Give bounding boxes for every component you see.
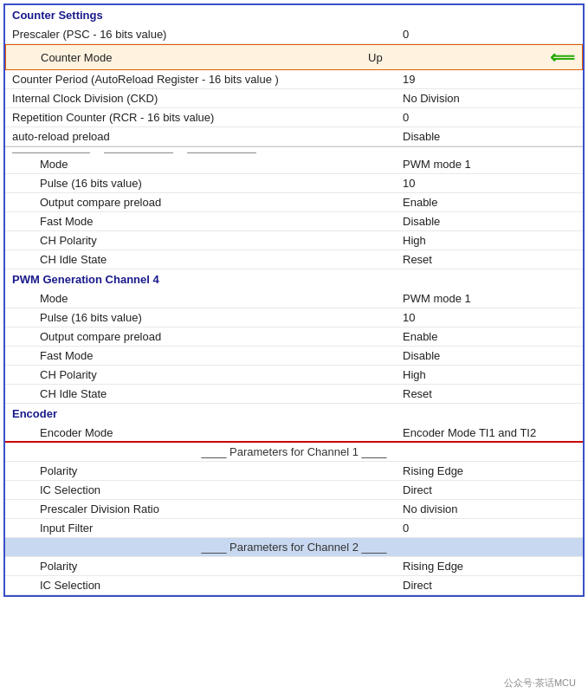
repetition-counter-row: Repetition Counter (RCR - 16 bits value)… bbox=[5, 108, 583, 127]
auto-reload-value: Disable bbox=[403, 130, 576, 143]
pulse-value-ch3: 10 bbox=[403, 177, 576, 190]
channel1-params-label: ____ Parameters for Channel 1 ____ bbox=[202, 445, 387, 458]
pulse-value-ch4: 10 bbox=[403, 311, 576, 324]
input-filter-value-ch1: 0 bbox=[403, 522, 576, 535]
fast-mode-value-ch4: Disable bbox=[403, 349, 576, 362]
counter-mode-value: Up bbox=[368, 51, 541, 64]
polarity-label-ch2: Polarity bbox=[40, 560, 403, 573]
counter-mode-label: Counter Mode bbox=[41, 51, 368, 64]
ic-selection-row-ch2: IC Selection Direct bbox=[5, 576, 583, 595]
channel1-params-row: ____ Parameters for Channel 1 ____ bbox=[5, 443, 583, 462]
ic-selection-value-ch1: Direct bbox=[403, 483, 576, 496]
arrow-icon: ⟸ bbox=[550, 47, 575, 68]
input-filter-row-ch1: Input Filter 0 bbox=[5, 519, 583, 538]
channel2-params-row: ____ Parameters for Channel 2 ____ bbox=[5, 538, 583, 557]
internal-clock-value: No Division bbox=[403, 92, 576, 105]
ch-idle-label-ch3: CH Idle State bbox=[40, 253, 403, 266]
pulse-label-ch4: Pulse (16 bits value) bbox=[40, 311, 403, 324]
polarity-label-ch1: Polarity bbox=[40, 464, 403, 477]
ch-polarity-row-ch4: CH Polarity High bbox=[5, 366, 583, 385]
fast-mode-label-ch3: Fast Mode bbox=[40, 215, 403, 228]
counter-settings-header: Counter Settings bbox=[5, 5, 583, 25]
oc-preload-value-ch4: Enable bbox=[403, 330, 576, 343]
fast-mode-label-ch4: Fast Mode bbox=[40, 349, 403, 362]
prescaler-value: 0 bbox=[403, 28, 576, 41]
mode-label-ch4: Mode bbox=[40, 292, 403, 305]
ch-idle-value-ch3: Reset bbox=[403, 253, 576, 266]
watermark: 公众号·茶话MCU bbox=[501, 675, 579, 691]
mode-row-ch4: Mode PWM mode 1 bbox=[5, 289, 583, 308]
auto-reload-row: auto-reload preload Disable bbox=[5, 127, 583, 146]
counter-mode-row: Counter Mode Up ⟸ bbox=[5, 44, 583, 70]
input-filter-label-ch1: Input Filter bbox=[40, 522, 403, 535]
fast-mode-value-ch3: Disable bbox=[403, 215, 576, 228]
main-container: Counter Settings Prescaler (PSC - 16 bit… bbox=[3, 3, 585, 597]
ic-selection-label-ch1: IC Selection bbox=[40, 483, 403, 496]
prescaler-label: Prescaler (PSC - 16 bits value) bbox=[12, 28, 403, 41]
pwm-ch4-header: PWM Generation Channel 4 bbox=[5, 269, 583, 289]
encoder-mode-value: Encoder Mode TI1 and TI2 bbox=[403, 426, 576, 439]
oc-preload-label-ch4: Output compare preload bbox=[40, 330, 403, 343]
pulse-row-ch4: Pulse (16 bits value) 10 bbox=[5, 308, 583, 327]
prescaler-div-row-ch1: Prescaler Division Ratio No division bbox=[5, 500, 583, 519]
prescaler-div-label-ch1: Prescaler Division Ratio bbox=[40, 502, 403, 515]
counter-period-row: Counter Period (AutoReload Register - 16… bbox=[5, 70, 583, 89]
oc-preload-label-ch3: Output compare preload bbox=[40, 196, 403, 209]
encoder-mode-row: Encoder Mode Encoder Mode TI1 and TI2 bbox=[5, 424, 583, 443]
ch-polarity-row-ch3: CH Polarity High bbox=[5, 231, 583, 250]
oc-preload-value-ch3: Enable bbox=[403, 196, 576, 209]
counter-period-value: 19 bbox=[403, 73, 576, 86]
polarity-value-ch1: Rising Edge bbox=[403, 464, 576, 477]
ch-idle-row-ch3: CH Idle State Reset bbox=[5, 250, 583, 269]
mode-row-ch3: Mode PWM mode 1 bbox=[5, 155, 583, 174]
auto-reload-label: auto-reload preload bbox=[12, 130, 403, 143]
mode-value-ch4: PWM mode 1 bbox=[403, 292, 576, 305]
internal-clock-label: Internal Clock Division (CKD) bbox=[12, 92, 403, 105]
ch-polarity-label-ch3: CH Polarity bbox=[40, 234, 403, 247]
repetition-counter-value: 0 bbox=[403, 111, 576, 124]
ch-idle-value-ch4: Reset bbox=[403, 387, 576, 400]
channel2-params-label: ____ Parameters for Channel 2 ____ bbox=[202, 541, 387, 554]
ch-idle-row-ch4: CH Idle State Reset bbox=[5, 385, 583, 404]
ic-selection-row-ch1: IC Selection Direct bbox=[5, 481, 583, 500]
pulse-row-ch3: Pulse (16 bits value) 10 bbox=[5, 174, 583, 193]
fast-mode-row-ch3: Fast Mode Disable bbox=[5, 212, 583, 231]
ic-selection-value-ch2: Direct bbox=[403, 579, 576, 592]
ch-polarity-value-ch3: High bbox=[403, 234, 576, 247]
ic-selection-label-ch2: IC Selection bbox=[40, 579, 403, 592]
encoder-mode-label: Encoder Mode bbox=[40, 426, 403, 439]
ch-polarity-value-ch4: High bbox=[403, 368, 576, 381]
fast-mode-row-ch4: Fast Mode Disable bbox=[5, 347, 583, 366]
prescaler-div-value-ch1: No division bbox=[403, 502, 576, 515]
prescaler-row: Prescaler (PSC - 16 bits value) 0 bbox=[5, 25, 583, 44]
polarity-value-ch2: Rising Edge bbox=[403, 560, 576, 573]
ch-idle-label-ch4: CH Idle State bbox=[40, 387, 403, 400]
oc-preload-row-ch4: Output compare preload Enable bbox=[5, 327, 583, 347]
ch-polarity-label-ch4: CH Polarity bbox=[40, 368, 403, 381]
polarity-row-ch1: Polarity Rising Edge bbox=[5, 462, 583, 481]
encoder-header: Encoder bbox=[5, 404, 583, 424]
oc-preload-row-ch3: Output compare preload Enable bbox=[5, 193, 583, 212]
mode-label-ch3: Mode bbox=[40, 158, 403, 171]
pulse-label-ch3: Pulse (16 bits value) bbox=[40, 177, 403, 190]
counter-period-label: Counter Period (AutoReload Register - 16… bbox=[12, 73, 403, 86]
internal-clock-row: Internal Clock Division (CKD) No Divisio… bbox=[5, 89, 583, 108]
polarity-row-ch2: Polarity Rising Edge bbox=[5, 557, 583, 576]
mode-value-ch3: PWM mode 1 bbox=[403, 158, 576, 171]
repetition-counter-label: Repetition Counter (RCR - 16 bits value) bbox=[12, 111, 403, 124]
